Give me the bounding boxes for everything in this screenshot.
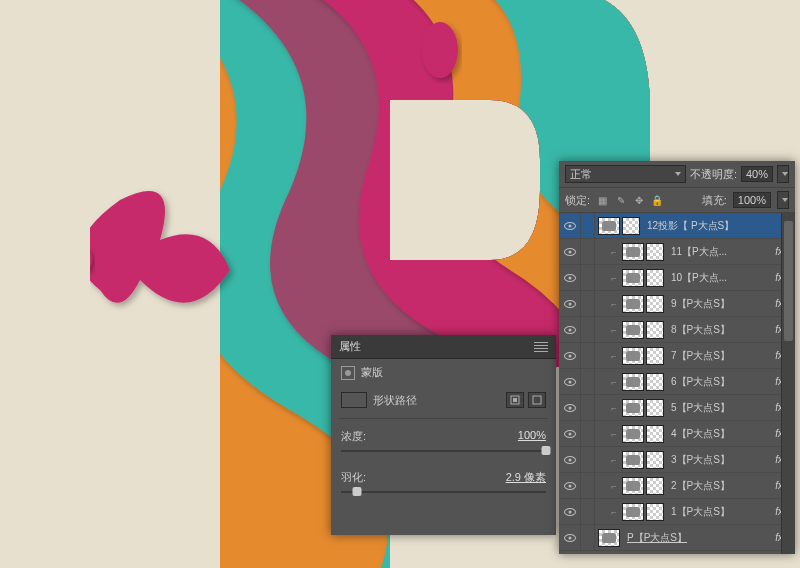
layer-thumbnail[interactable]: [622, 269, 644, 287]
fill-label: 填充:: [702, 193, 727, 208]
layer-thumbnail[interactable]: [622, 347, 644, 365]
layer-thumbnail[interactable]: [622, 503, 644, 521]
visibility-toggle[interactable]: [559, 213, 581, 238]
mask-thumbnail[interactable]: [646, 503, 664, 521]
mask-thumbnail[interactable]: [646, 295, 664, 313]
layer-row[interactable]: ⌐6【P大点S】fx: [559, 369, 795, 395]
mask-thumbnail[interactable]: [646, 477, 664, 495]
mask-thumbnail[interactable]: [646, 425, 664, 443]
fill-dropdown-arrow[interactable]: [777, 191, 789, 209]
fill-value[interactable]: 100%: [733, 192, 771, 208]
layer-name[interactable]: 11【P大点...: [667, 245, 773, 259]
layer-row[interactable]: ⌐5【P大点S】fx: [559, 395, 795, 421]
visibility-toggle[interactable]: [559, 447, 581, 472]
lock-fill-row: 锁定: ▦ ✎ ✥ 🔒 填充: 100%: [559, 188, 795, 213]
layer-thumbnail[interactable]: [622, 373, 644, 391]
layer-thumbnail[interactable]: [622, 425, 644, 443]
layer-row[interactable]: ⌐3【P大点S】fx: [559, 447, 795, 473]
layer-thumbnail[interactable]: [622, 295, 644, 313]
layer-name[interactable]: 12投影【 P大点S】: [643, 219, 791, 233]
layer-name[interactable]: 4【P大点S】: [667, 427, 773, 441]
feather-slider[interactable]: [341, 491, 546, 493]
layer-name[interactable]: 9【P大点S】: [667, 297, 773, 311]
opacity-value[interactable]: 40%: [741, 166, 773, 182]
lock-position-icon[interactable]: ✥: [632, 194, 645, 207]
visibility-toggle[interactable]: [559, 395, 581, 420]
visibility-toggle[interactable]: [559, 499, 581, 524]
layer-name[interactable]: 8【P大点S】: [667, 323, 773, 337]
mask-icon: [341, 366, 355, 380]
blend-mode-dropdown[interactable]: 正常: [565, 165, 686, 183]
visibility-toggle[interactable]: [559, 473, 581, 498]
layer-row[interactable]: 12投影【 P大点S】: [559, 213, 795, 239]
density-value[interactable]: 100%: [518, 429, 546, 444]
layer-thumbnail[interactable]: [598, 217, 620, 235]
layer-thumbnail[interactable]: [622, 321, 644, 339]
layer-name[interactable]: 5【P大点S】: [667, 401, 773, 415]
layer-thumbnail[interactable]: [622, 477, 644, 495]
layer-row[interactable]: ⌐8【P大点S】fx: [559, 317, 795, 343]
link-column: [581, 265, 595, 290]
mask-thumbnail[interactable]: [646, 269, 664, 287]
eye-icon: [564, 534, 576, 542]
clip-indicator-icon: ⌐: [609, 299, 619, 309]
mask-thumbnail[interactable]: [646, 243, 664, 261]
mask-thumbnail[interactable]: [646, 373, 664, 391]
layer-thumbnail[interactable]: [622, 243, 644, 261]
layer-row[interactable]: P【P大点S】fx: [559, 525, 795, 551]
svg-rect-5: [533, 396, 541, 404]
properties-tab[interactable]: 属性: [339, 339, 361, 354]
mask-thumbnail[interactable]: [622, 217, 640, 235]
layer-thumbnail[interactable]: [598, 529, 620, 547]
layers-scrollbar[interactable]: [781, 213, 795, 554]
visibility-toggle[interactable]: [559, 343, 581, 368]
density-slider[interactable]: [341, 450, 546, 452]
link-column: [581, 473, 595, 498]
lock-transparency-icon[interactable]: ▦: [596, 194, 609, 207]
layer-name[interactable]: P【P大点S】: [623, 531, 773, 545]
lock-pixels-icon[interactable]: ✎: [614, 194, 627, 207]
layer-name[interactable]: 1【P大点S】: [667, 505, 773, 519]
layer-row[interactable]: ⌐2【P大点S】fx: [559, 473, 795, 499]
layer-thumbnail[interactable]: [622, 399, 644, 417]
mask-thumbnail[interactable]: [646, 347, 664, 365]
visibility-toggle[interactable]: [559, 369, 581, 394]
shape-path-label: 形状路径: [373, 393, 417, 408]
select-path-button[interactable]: [506, 392, 524, 408]
mask-thumbnail[interactable]: [646, 399, 664, 417]
link-column: [581, 369, 595, 394]
scrollbar-thumb[interactable]: [784, 221, 793, 341]
panel-menu-icon[interactable]: [534, 342, 548, 352]
panel-header: 属性: [331, 335, 556, 359]
feather-value[interactable]: 2.9 像素: [506, 470, 546, 485]
edit-path-button[interactable]: [528, 392, 546, 408]
layer-row[interactable]: ⌐10【P大点...fx: [559, 265, 795, 291]
layer-name[interactable]: 6【P大点S】: [667, 375, 773, 389]
layer-name[interactable]: 2【P大点S】: [667, 479, 773, 493]
layer-row[interactable]: ⌐11【P大点...fx: [559, 239, 795, 265]
visibility-toggle[interactable]: [559, 265, 581, 290]
mask-thumbnail[interactable]: [646, 451, 664, 469]
layer-thumbnails: [619, 269, 667, 287]
layer-row[interactable]: ⌐1【P大点S】fx: [559, 499, 795, 525]
opacity-dropdown-arrow[interactable]: [777, 165, 789, 183]
layer-row[interactable]: ⌐4【P大点S】fx: [559, 421, 795, 447]
lock-all-icon[interactable]: 🔒: [650, 194, 663, 207]
link-column: [581, 291, 595, 316]
clip-indicator-icon: ⌐: [609, 273, 619, 283]
link-column: [581, 499, 595, 524]
shape-thumbnail[interactable]: [341, 392, 367, 408]
layer-name[interactable]: 3【P大点S】: [667, 453, 773, 467]
layer-name[interactable]: 7【P大点S】: [667, 349, 773, 363]
visibility-toggle[interactable]: [559, 525, 581, 550]
visibility-toggle[interactable]: [559, 239, 581, 264]
layer-row[interactable]: ⌐9【P大点S】fx: [559, 291, 795, 317]
link-column: [581, 421, 595, 446]
mask-thumbnail[interactable]: [646, 321, 664, 339]
layer-thumbnail[interactable]: [622, 451, 644, 469]
layer-row[interactable]: ⌐7【P大点S】fx: [559, 343, 795, 369]
visibility-toggle[interactable]: [559, 421, 581, 446]
visibility-toggle[interactable]: [559, 317, 581, 342]
layer-name[interactable]: 10【P大点...: [667, 271, 773, 285]
visibility-toggle[interactable]: [559, 291, 581, 316]
